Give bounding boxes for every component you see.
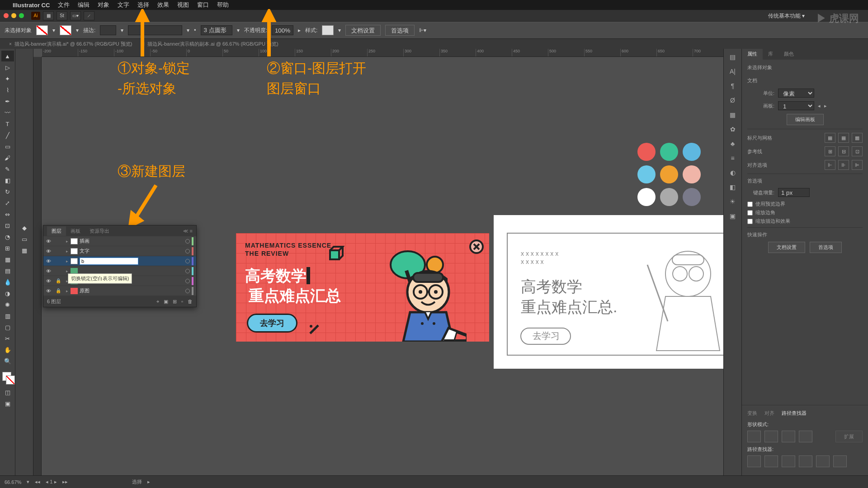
properties-icon[interactable]: ▤: [726, 51, 740, 63]
curvature-tool[interactable]: 〰: [1, 107, 14, 118]
artboards-tab[interactable]: 画板: [66, 226, 85, 236]
clip-mask-icon[interactable]: ▣: [164, 299, 168, 305]
graphic-style[interactable]: [322, 25, 334, 35]
menu-help[interactable]: 帮助: [217, 1, 229, 9]
pencil-tool[interactable]: ✎: [1, 164, 14, 174]
stroke-swatch[interactable]: [60, 25, 71, 35]
bridge-icon[interactable]: ▦: [43, 11, 54, 20]
unit-select[interactable]: 像素: [778, 89, 814, 98]
line-tool[interactable]: ╱: [1, 130, 14, 141]
doc-setup-button[interactable]: 文档设置: [345, 25, 381, 36]
target-icon[interactable]: [185, 259, 190, 263]
gradient-icon[interactable]: ◐: [726, 166, 740, 179]
artboard-tool[interactable]: ▢: [1, 322, 14, 333]
graphic-styles-icon[interactable]: ▣: [726, 210, 740, 222]
target-icon[interactable]: [185, 279, 190, 283]
gpu-icon[interactable]: ⟋: [84, 11, 94, 20]
fill-swatch[interactable]: [36, 25, 48, 35]
close-window[interactable]: [4, 13, 9, 18]
stroke-profile[interactable]: [201, 25, 232, 35]
chk-scale-corners[interactable]: [747, 210, 753, 216]
target-icon[interactable]: [185, 239, 190, 244]
menu-effect[interactable]: 效果: [157, 1, 169, 9]
collapse-icon[interactable]: ≪ ≡: [183, 228, 193, 234]
tab-libraries[interactable]: 库: [763, 49, 778, 60]
expand-button[interactable]: 扩展: [835, 431, 863, 442]
new-sublayer-icon[interactable]: ⊞: [173, 299, 177, 305]
edit-artboard-button[interactable]: 编辑画板: [787, 114, 824, 125]
tab-properties[interactable]: 属性: [742, 49, 763, 60]
target-icon[interactable]: [185, 249, 190, 253]
tab-align[interactable]: 对齐: [764, 410, 774, 417]
mesh-tool[interactable]: ▦: [1, 254, 14, 265]
merge-icon[interactable]: [782, 455, 795, 467]
menu-select[interactable]: 选择: [137, 1, 149, 9]
menu-type[interactable]: 文字: [118, 1, 129, 9]
graph-tool[interactable]: ▥: [1, 310, 14, 321]
artboard-nav-prev[interactable]: ◂◂: [35, 479, 40, 485]
symbol-spray[interactable]: ✺: [1, 299, 14, 310]
grid-icon[interactable]: ▦: [838, 133, 849, 143]
brushes-icon[interactable]: ✿: [726, 123, 740, 136]
visibility-icon[interactable]: 👁: [43, 278, 53, 284]
zoom-window[interactable]: [19, 13, 24, 18]
doc-tab-1[interactable]: ×描边风-banner演示稿.ai* @ 66.67% (RGB/GPU 预览): [5, 39, 137, 49]
visibility-icon[interactable]: 👁: [43, 268, 53, 274]
ruler-icon[interactable]: ▦: [825, 133, 835, 143]
tab-transform[interactable]: 变换: [747, 410, 757, 417]
quick-prefs-button[interactable]: 首选项: [810, 242, 842, 253]
divide-icon[interactable]: [747, 455, 761, 467]
artboard-select[interactable]: 1: [778, 101, 814, 110]
trim-icon[interactable]: [764, 455, 778, 467]
perspective-tool[interactable]: ⊞: [1, 243, 14, 253]
symbols-icon[interactable]: ♣: [726, 137, 740, 150]
layer-name-input[interactable]: [80, 258, 138, 265]
tab-color[interactable]: 颜色: [778, 49, 799, 60]
swatches-icon[interactable]: ▦: [726, 108, 740, 121]
target-icon[interactable]: [185, 289, 190, 293]
layers-tab[interactable]: 图层: [47, 226, 66, 236]
blend-tool[interactable]: ◑: [1, 288, 14, 299]
lock-icon[interactable]: 🔒: [53, 288, 63, 293]
quick-docset-button[interactable]: 文档设置: [768, 242, 805, 253]
exclude-icon[interactable]: [799, 431, 812, 442]
align-icon[interactable]: ⊩▾: [419, 27, 426, 33]
align-right-icon[interactable]: ⊫: [852, 160, 863, 170]
stock-icon[interactable]: St: [57, 11, 67, 20]
eyedropper-tool[interactable]: 💧: [1, 277, 14, 287]
zoom-tool[interactable]: 🔍: [1, 356, 14, 366]
visibility-icon[interactable]: 👁: [43, 239, 53, 244]
artboard-nav-next[interactable]: ▸▸: [62, 479, 68, 485]
delete-layer-icon[interactable]: 🗑: [188, 299, 193, 305]
align-center-icon[interactable]: ⊪: [838, 160, 849, 170]
menu-view[interactable]: 视图: [177, 1, 189, 9]
stroke-icon[interactable]: ≡: [726, 152, 740, 164]
transparency-grid-icon[interactable]: ▩: [852, 133, 863, 143]
pen-tool[interactable]: ✒: [1, 96, 14, 107]
gradient-tool[interactable]: ▤: [1, 265, 14, 276]
glyph-icon[interactable]: Ø: [726, 94, 740, 107]
rect-tool[interactable]: ▭: [1, 141, 14, 152]
rotate-tool[interactable]: ↻: [1, 186, 14, 197]
arrange-icon[interactable]: ▭▾: [70, 11, 81, 20]
selection-tool[interactable]: ▲: [1, 51, 14, 61]
prev-artboard-icon[interactable]: ◂: [818, 103, 821, 109]
menu-edit[interactable]: 编辑: [78, 1, 90, 9]
chk-scale-strokes[interactable]: [747, 219, 753, 224]
target-icon[interactable]: [185, 269, 190, 273]
appearance-icon[interactable]: ☀: [726, 195, 740, 208]
visibility-icon[interactable]: 👁: [43, 249, 53, 254]
snap-icon[interactable]: ⊡: [852, 146, 863, 156]
prefs-button[interactable]: 首选项: [385, 25, 415, 36]
intersect-icon[interactable]: [782, 431, 795, 442]
type-tool[interactable]: T: [1, 118, 14, 129]
locate-icon[interactable]: ⌖: [156, 299, 159, 305]
draw-mode[interactable]: ◫: [1, 387, 14, 398]
direct-select-tool[interactable]: ▷: [1, 62, 14, 73]
visibility-icon[interactable]: 👁: [43, 258, 53, 264]
brush-tool[interactable]: 🖌: [1, 152, 14, 163]
fill-stroke-indicator[interactable]: [1, 371, 14, 386]
menu-object[interactable]: 对象: [98, 1, 109, 9]
crop-icon[interactable]: [799, 455, 812, 467]
close-icon[interactable]: ×: [9, 42, 12, 47]
